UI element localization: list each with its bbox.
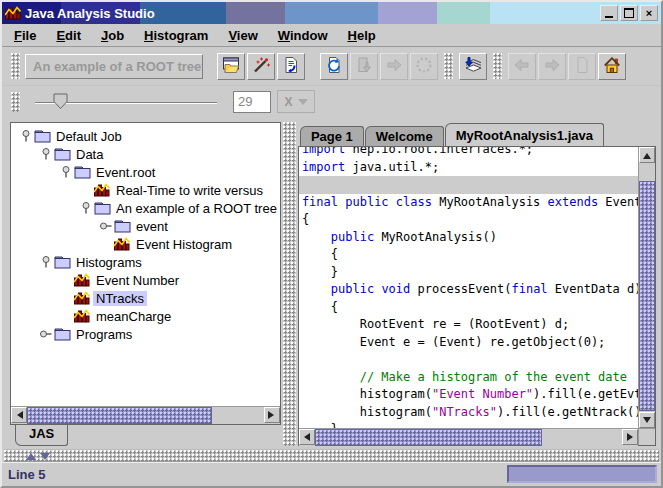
- scroll-right-button[interactable]: [622, 429, 638, 445]
- toolbar-drag-handle[interactable]: [11, 92, 20, 112]
- tree-expanded-handle-icon[interactable]: [59, 165, 74, 179]
- left-bottom-tabs: JAS: [10, 425, 281, 446]
- code-line: RootEvent re = (RootEvent) d;: [302, 316, 638, 334]
- histogram-icon: [74, 291, 93, 305]
- tree-node-an-example-of-a-root-tree[interactable]: An example of a ROOT tree: [11, 199, 280, 217]
- tree-node-label: Event Number: [93, 273, 182, 288]
- toolbar-drag-handle[interactable]: [444, 53, 453, 79]
- tab-welcome[interactable]: Welcome: [365, 126, 444, 146]
- tree-expanded-handle-icon[interactable]: [39, 147, 54, 161]
- tree-node-event-root[interactable]: Event.root: [11, 163, 280, 181]
- nav-forward-button[interactable]: [538, 53, 566, 80]
- job-tree-panel: Default JobDataEvent.rootReal-Time to wr…: [10, 122, 281, 425]
- tree-collapsed-handle-icon[interactable]: [39, 327, 54, 341]
- horizontal-splitter[interactable]: [4, 449, 659, 462]
- tree-node-meancharge[interactable]: meanCharge: [11, 307, 280, 325]
- job-tree[interactable]: Default JobDataEvent.rootReal-Time to wr…: [11, 123, 280, 406]
- reload-run-button[interactable]: [320, 53, 348, 80]
- arrow-right-icon: [627, 433, 637, 441]
- bin-count-field[interactable]: [233, 91, 271, 113]
- histogram-icon: [74, 273, 93, 287]
- tree-node-event[interactable]: event: [11, 217, 280, 235]
- tree-node-label: meanCharge: [93, 309, 174, 324]
- slider-thumb[interactable]: [53, 93, 68, 110]
- wizard-wand-button[interactable]: [247, 53, 275, 80]
- tree-node-programs[interactable]: Programs: [11, 325, 280, 343]
- tab-myrootanalysis1-java[interactable]: MyRootAnalysis1.java: [445, 123, 604, 146]
- menu-histogram[interactable]: Histogram: [136, 26, 216, 45]
- menu-help[interactable]: Help: [340, 26, 384, 45]
- tab-page-1[interactable]: Page 1: [300, 126, 364, 146]
- toolbar-drag-handle[interactable]: [493, 53, 502, 79]
- code-editor[interactable]: import hep.io.root.interfaces.*;import j…: [299, 147, 638, 428]
- code-line: public MyRootAnalysis(): [302, 229, 638, 247]
- splitter-collapse-up-icon[interactable]: [26, 448, 36, 460]
- tree-expanded-handle-icon[interactable]: [79, 201, 94, 215]
- menu-window[interactable]: Window: [270, 26, 336, 45]
- unload-job-button[interactable]: [350, 53, 378, 80]
- chevron-down-icon: [298, 99, 308, 110]
- open-data-file-button[interactable]: [217, 53, 245, 80]
- maximize-button[interactable]: [620, 5, 638, 21]
- toolbar-drag-handle[interactable]: [11, 53, 20, 79]
- menu-file[interactable]: File: [6, 26, 44, 45]
- run-analysis-button[interactable]: [277, 53, 305, 80]
- editor-hscroll-thumb[interactable]: [315, 429, 542, 446]
- scroll-left-button[interactable]: [299, 429, 315, 445]
- run-analysis-icon: [282, 56, 300, 77]
- tree-expanded-handle-icon[interactable]: [39, 255, 54, 269]
- bin-slider[interactable]: [33, 89, 219, 115]
- tree-node-event-number[interactable]: Event Number: [11, 271, 280, 289]
- code-line: [302, 351, 638, 369]
- tree-collapsed-handle-icon[interactable]: [99, 219, 114, 233]
- close-icon: ×: [646, 8, 652, 19]
- arrow-left-icon: [13, 411, 23, 419]
- tree-node-data[interactable]: Data: [11, 145, 280, 163]
- tab-jas[interactable]: JAS: [15, 425, 68, 446]
- editor-tabs: Page 1WelcomeMyRootAnalysis1.java: [298, 122, 656, 146]
- menu-edit[interactable]: Edit: [48, 26, 89, 45]
- vertical-splitter[interactable]: [283, 122, 296, 446]
- step-forward-button[interactable]: [380, 53, 408, 80]
- stop-job-button[interactable]: [410, 53, 438, 80]
- new-page-button[interactable]: [568, 53, 596, 80]
- close-button[interactable]: ×: [640, 5, 658, 21]
- editor-vscroll-thumb[interactable]: [639, 181, 655, 411]
- tree-horizontal-scrollbar[interactable]: [11, 406, 280, 424]
- code-line: Event e = (Event) re.getObject(0);: [302, 334, 638, 352]
- tree-node-histograms[interactable]: Histograms: [11, 253, 280, 271]
- menu-view[interactable]: View: [220, 26, 265, 45]
- job-tree-pane: Default JobDataEvent.rootReal-Time to wr…: [10, 122, 281, 446]
- unload-job-icon: [355, 56, 373, 77]
- scroll-up-button[interactable]: [639, 147, 655, 163]
- tree-node-event-histogram[interactable]: Event Histogram: [11, 235, 280, 253]
- new-page-icon: [573, 56, 591, 77]
- tuple-selector-combobox[interactable]: An example of a ROOT tree: [25, 54, 203, 79]
- home-icon: [603, 56, 621, 77]
- tree-node-label: An example of a ROOT tree: [113, 201, 280, 216]
- editor-horizontal-scrollbar[interactable]: [299, 428, 638, 446]
- editor-pane: Page 1WelcomeMyRootAnalysis1.java import…: [298, 122, 656, 446]
- statusbar: Line 5: [2, 462, 661, 486]
- tree-node-ntracks[interactable]: NTracks: [11, 289, 280, 307]
- tree-hscroll-thumb[interactable]: [27, 407, 212, 424]
- home-button[interactable]: [598, 53, 626, 80]
- titlebar[interactable]: Java Analysis Studio ×: [2, 2, 661, 24]
- minimize-button[interactable]: [600, 5, 618, 21]
- scroll-left-button[interactable]: [11, 407, 27, 423]
- axis-combobox[interactable]: X: [277, 90, 315, 113]
- editor-vertical-scrollbar[interactable]: [638, 147, 655, 428]
- tree-node-label: Event Histogram: [133, 237, 235, 252]
- scrollbar-corner: [638, 428, 655, 445]
- tree-node-default-job[interactable]: Default Job: [11, 127, 280, 145]
- nav-back-button[interactable]: [508, 53, 536, 80]
- tree-handle-spacer: [59, 291, 74, 305]
- scroll-down-button[interactable]: [639, 412, 655, 428]
- reload-run-icon: [325, 56, 343, 77]
- menu-job[interactable]: Job: [93, 26, 132, 45]
- arrow-down-icon: [643, 417, 651, 427]
- load-histograms-button[interactable]: [459, 53, 487, 80]
- tree-node-real-time-to-write-versus[interactable]: Real-Time to write versus: [11, 181, 280, 199]
- scroll-right-button[interactable]: [264, 407, 280, 423]
- tree-expanded-handle-icon[interactable]: [19, 129, 34, 143]
